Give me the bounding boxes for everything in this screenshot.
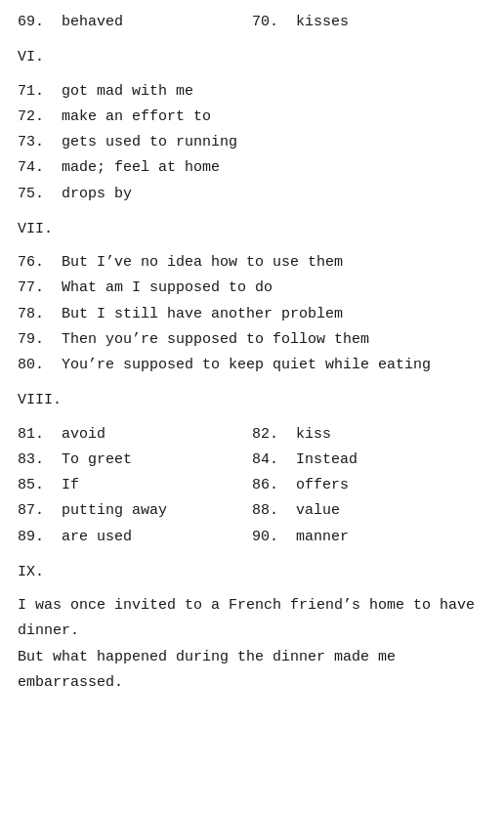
table-row: 69. behaved70. kisses [18, 10, 486, 35]
col-left: 69. behaved [18, 10, 252, 35]
col-left: 87. putting away [18, 498, 252, 524]
list-item: 74. made; feel at home [18, 155, 486, 181]
list-item: 77. What am I supposed to do [18, 276, 486, 301]
table-row: 85. If86. offers [18, 473, 486, 498]
list-item: 72. make an effort to [18, 105, 486, 130]
col-left: 81. avoid [18, 422, 252, 448]
col-right: 86. offers [252, 473, 486, 498]
list-item: 71. got mad with me [18, 79, 486, 105]
list-item: 76. But I’ve no idea how to use them [18, 250, 486, 276]
section-heading: VIII. [18, 388, 486, 413]
content-area: 69. behaved70. kissesVI.71. got mad with… [18, 10, 486, 696]
section-heading: VII. [18, 217, 486, 242]
table-row: 89. are used90. manner [18, 525, 486, 550]
col-right: 90. manner [252, 525, 486, 550]
col-left: 89. are used [18, 525, 252, 550]
col-right: 84. Instead [252, 448, 486, 473]
section-heading: VI. [18, 45, 486, 70]
table-row: 81. avoid82. kiss [18, 422, 486, 448]
list-item: 78. But I still have another problem [18, 302, 486, 327]
col-left: 83. To greet [18, 448, 252, 473]
blank-line [18, 550, 486, 556]
table-row: 83. To greet84. Instead [18, 448, 486, 473]
list-item: But what happened during the dinner made… [18, 645, 486, 697]
col-right: 82. kiss [252, 422, 486, 448]
blank-line [18, 35, 486, 41]
table-row: 87. putting away88. value [18, 498, 486, 524]
list-item: 75. drops by [18, 182, 486, 207]
list-item: I was once invited to a French friend’s … [18, 593, 486, 645]
col-right: 70. kisses [252, 10, 486, 35]
section-heading: IX. [18, 560, 486, 585]
blank-line [18, 378, 486, 384]
list-item: 73. gets used to running [18, 130, 486, 155]
col-right: 88. value [252, 498, 486, 524]
col-left: 85. If [18, 473, 252, 498]
list-item: 79. Then you’re supposed to follow them [18, 327, 486, 353]
blank-line [18, 207, 486, 213]
list-item: 80. You’re supposed to keep quiet while … [18, 353, 486, 378]
